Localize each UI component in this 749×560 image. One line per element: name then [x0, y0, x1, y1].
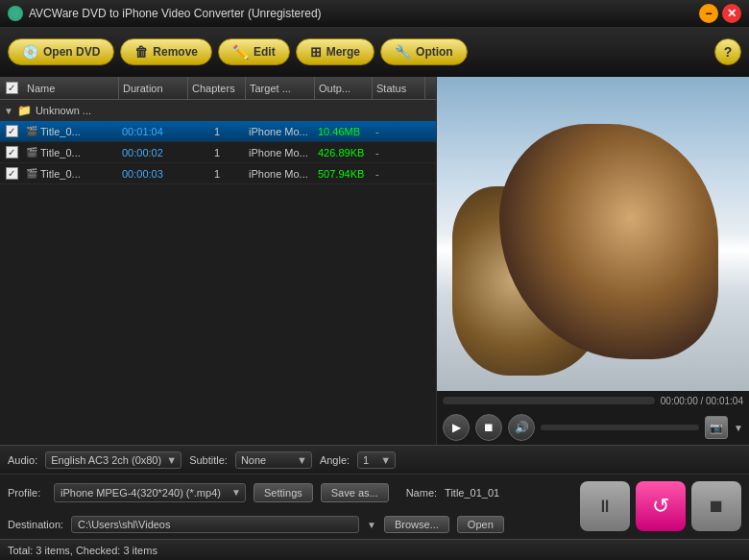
title-bar: AVCWare DVD to iPhone Video Converter (U… [0, 0, 749, 27]
select-all-checkbox[interactable] [6, 82, 18, 94]
row-checkbox-1[interactable] [0, 146, 23, 158]
browse-button[interactable]: Browse... [384, 516, 449, 533]
row-checkbox-2[interactable] [0, 167, 23, 180]
row-target-0: iPhone Mo... [246, 126, 315, 137]
table-row[interactable]: 🎬 Title_0... 00:01:04 1 iPhone Mo... 10.… [0, 121, 436, 142]
edit-button[interactable]: ✏️ Edit [218, 38, 290, 65]
status-text: Total: 3 items, Checked: 3 items [8, 545, 157, 556]
close-button[interactable]: ✕ [722, 4, 741, 23]
row-target-1: iPhone Mo... [246, 147, 315, 158]
start-convert-button[interactable]: ↺ [636, 481, 686, 531]
audio-dropdown-icon: ▼ [166, 454, 177, 466]
name-value: Title_01_01 [445, 487, 499, 499]
time-display: 00:00:00 / 00:01:04 [661, 396, 743, 406]
profile-select[interactable]: iPhone MPEG-4(320*240) (*.mp4) ▼ [54, 483, 246, 502]
scene-background [437, 77, 749, 391]
angle-dropdown-icon: ▼ [380, 454, 391, 466]
file-icon-0: 🎬 [26, 126, 37, 136]
player-options-arrow[interactable]: ▼ [734, 423, 743, 433]
big-controls: ⏸ ↺ ⏹ [580, 481, 741, 531]
row-target-2: iPhone Mo... [246, 168, 315, 180]
col-header-output: Outp... [315, 77, 373, 99]
preview-panel: 00:00:00 / 00:01:04 ▶ ⏹ 🔊 📷 ▼ [437, 77, 749, 445]
minimize-button[interactable]: − [699, 4, 718, 23]
row-checkbox-0[interactable] [0, 125, 23, 137]
edit-icon: ✏️ [232, 44, 249, 60]
col-header-chapters: Chapters [188, 77, 246, 99]
status-bar: Total: 3 items, Checked: 3 items [0, 539, 749, 560]
window-controls: − ✕ [699, 4, 741, 23]
group-name: Unknown ... [36, 105, 91, 116]
remove-button[interactable]: 🗑 Remove [120, 38, 212, 65]
row-name-2: 🎬 Title_0... [23, 168, 119, 180]
settings-button[interactable]: Settings [254, 483, 313, 502]
folder-icon: 📁 [17, 104, 32, 117]
video-preview [437, 77, 749, 391]
open-dvd-icon: 💿 [22, 44, 38, 60]
row-check-1[interactable] [6, 146, 18, 158]
volume-button[interactable]: 🔊 [508, 414, 535, 441]
player-controls: ▶ ⏹ 🔊 📷 ▼ [437, 410, 749, 445]
stop-icon: ⏹ [708, 497, 725, 517]
convert-icon: ↺ [652, 494, 669, 519]
option-button[interactable]: 🔧 Option [380, 38, 468, 65]
header-check[interactable] [0, 82, 23, 94]
row-chapters-0: 1 [188, 126, 246, 137]
open-button[interactable]: Open [457, 516, 504, 533]
pause-convert-button[interactable]: ⏸ [580, 481, 630, 531]
row-output-2: 507.94KB [315, 168, 373, 180]
audio-select[interactable]: English AC3 2ch (0x80) ▼ [45, 451, 181, 469]
play-button[interactable]: ▶ [443, 414, 470, 441]
destination-dropdown-icon[interactable]: ▼ [367, 520, 376, 530]
file-icon-2: 🎬 [26, 168, 37, 179]
progress-track[interactable] [443, 397, 655, 404]
expand-arrow-icon: ▼ [4, 106, 13, 116]
destination-label: Destination: [8, 519, 63, 530]
angle-label: Angle: [320, 454, 350, 466]
col-header-status: Status [373, 77, 425, 99]
profile-dropdown-icon: ▼ [231, 487, 241, 498]
remove-icon: 🗑 [134, 44, 148, 60]
row-duration-0: 00:01:04 [119, 126, 188, 137]
open-dvd-button[interactable]: 💿 Open DVD [8, 38, 114, 65]
window-title: AVCWare DVD to iPhone Video Converter (U… [29, 7, 693, 20]
group-row[interactable]: ▼ 📁 Unknown ... [0, 100, 436, 121]
row-chapters-1: 1 [188, 147, 246, 158]
row-output-1: 426.89KB [315, 147, 373, 158]
row-name-0: 🎬 Title_0... [23, 126, 119, 137]
profile-label: Profile: [8, 487, 46, 499]
subtitle-dropdown-icon: ▼ [297, 454, 307, 466]
progress-bar-area: 00:00:00 / 00:01:04 [437, 391, 749, 410]
table-body: ▼ 📁 Unknown ... 🎬 Title_0... 00:01:04 1 … [0, 100, 436, 445]
angle-select[interactable]: 1 ▼ [357, 451, 396, 469]
row-status-0: - [373, 126, 425, 137]
row-output-0: 10.46MB [315, 126, 373, 137]
screenshot-button[interactable]: 📷 [705, 416, 728, 439]
merge-button[interactable]: ⊞ Merge [296, 38, 374, 65]
col-header-duration: Duration [119, 77, 188, 99]
subtitle-select[interactable]: None ▼ [235, 451, 312, 469]
destination-input[interactable]: C:\Users\shl\Videos [71, 516, 359, 533]
row-status-1: - [373, 147, 425, 158]
row-duration-2: 00:00:03 [119, 168, 188, 180]
option-icon: 🔧 [395, 44, 411, 60]
row-duration-1: 00:00:02 [119, 147, 188, 158]
toolbar: 💿 Open DVD 🗑 Remove ✏️ Edit ⊞ Merge 🔧 Op… [0, 27, 749, 77]
col-header-name: Name [23, 77, 119, 99]
seek-slider[interactable] [541, 425, 699, 430]
row-status-2: - [373, 168, 425, 180]
row-check-0[interactable] [6, 125, 18, 137]
stop-button[interactable]: ⏹ [475, 414, 502, 441]
row-name-1: 🎬 Title_0... [23, 147, 119, 158]
left-panel: Name Duration Chapters Target ... Outp..… [0, 77, 437, 445]
table-row[interactable]: 🎬 Title_0... 00:00:02 1 iPhone Mo... 426… [0, 142, 436, 163]
saveas-button[interactable]: Save as... [321, 483, 389, 502]
col-header-target: Target ... [246, 77, 315, 99]
file-icon-1: 🎬 [26, 147, 37, 158]
name-label: Name: [406, 487, 437, 499]
help-button[interactable]: ? [714, 38, 741, 65]
subtitle-label: Subtitle: [189, 454, 228, 466]
row-check-2[interactable] [6, 167, 18, 180]
stop-convert-button[interactable]: ⏹ [691, 481, 741, 531]
table-row[interactable]: 🎬 Title_0... 00:00:03 1 iPhone Mo... 507… [0, 163, 436, 184]
